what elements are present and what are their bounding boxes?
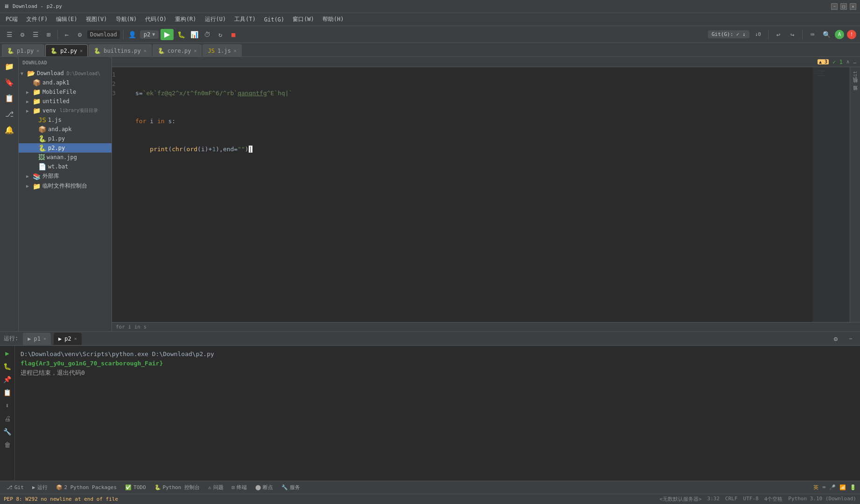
- user-icon[interactable]: 👤: [127, 29, 138, 40]
- notification-icon[interactable]: !: [847, 30, 856, 39]
- menu-tools[interactable]: 工具(T): [231, 14, 259, 25]
- terminal-btn[interactable]: ⊡ 终端: [229, 483, 250, 492]
- breakpoints-btn[interactable]: ⬤ 断点: [252, 483, 276, 492]
- run-button[interactable]: ▶: [161, 29, 174, 40]
- tab-close-core[interactable]: ✕: [194, 48, 196, 53]
- terminal-settings-icon[interactable]: ⚙: [830, 333, 841, 344]
- tab-1js[interactable]: JS 1.js ✕: [203, 44, 241, 56]
- git-icon[interactable]: ⎇: [2, 106, 17, 121]
- code-editor[interactable]: s=`ek`fz@q2^x/t^fn0mF^6/^rb`qanqntfg^E`h…: [131, 67, 812, 322]
- coverage-icon[interactable]: 📊: [189, 29, 200, 40]
- menu-help[interactable]: 帮助(H): [319, 14, 348, 25]
- debug-icon[interactable]: 🐛: [175, 29, 187, 40]
- layout-icon[interactable]: ⊞: [43, 29, 54, 40]
- tab-close-p1py[interactable]: ✕: [36, 48, 39, 53]
- avatar[interactable]: A: [835, 30, 844, 39]
- spaces-label[interactable]: 4个空格: [764, 496, 783, 503]
- profile-icon[interactable]: ⏱: [202, 29, 213, 40]
- list-icon[interactable]: ☰: [30, 29, 41, 40]
- python-version-label[interactable]: Python 3.10 (Download): [788, 496, 856, 503]
- menu-run[interactable]: 运行(U): [201, 14, 230, 25]
- bookmarks-icon[interactable]: 🔖: [2, 75, 17, 90]
- tree-root-download[interactable]: ▼ 📂 Download D:\Download\: [19, 69, 112, 78]
- term-scroll-btn[interactable]: ⬇: [2, 400, 13, 411]
- tree-item-p2py[interactable]: 🐍 p2.py: [19, 143, 112, 153]
- terminal-tab-p1[interactable]: ▶ p1 ✕: [23, 333, 51, 345]
- tree-item-wtbat[interactable]: 📄 wt.bat: [19, 162, 112, 171]
- maximize-button[interactable]: □: [840, 3, 847, 10]
- stop-icon[interactable]: ■: [228, 29, 239, 40]
- structure-icon[interactable]: 📋: [2, 91, 17, 105]
- git-bottom-btn[interactable]: ⎇ Git: [4, 483, 27, 491]
- tab-close-builtins[interactable]: ✕: [144, 48, 147, 53]
- tree-item-andapk1[interactable]: 📦 and.apk1: [19, 78, 112, 87]
- line-col-label[interactable]: 3:32: [707, 496, 720, 503]
- tree-item-1js[interactable]: JS 1.js: [19, 115, 112, 125]
- menu-file[interactable]: 文件(F): [22, 14, 51, 25]
- term-run-btn[interactable]: ▶: [2, 348, 13, 359]
- expand-icon[interactable]: ∧: [846, 59, 850, 65]
- panel-label-git[interactable]: Git: [852, 67, 859, 83]
- menu-edit[interactable]: 编辑(E): [52, 14, 81, 25]
- line-ending-label[interactable]: CRLF: [725, 496, 738, 503]
- encoding-label[interactable]: UTF-8: [743, 496, 759, 503]
- menu-code[interactable]: 代码(O): [141, 14, 170, 25]
- search-icon[interactable]: 🔍: [821, 29, 832, 40]
- git-status-btn[interactable]: Git(G): ✓ ↓: [708, 30, 749, 38]
- todo-btn[interactable]: ✅ TODO: [122, 483, 149, 491]
- tree-item-external-libs[interactable]: ▶ 📚 外部库: [19, 171, 112, 181]
- tab-close-p2[interactable]: ✕: [74, 336, 77, 341]
- tree-item-temp[interactable]: ▶ 📁 临时文件和控制台: [19, 181, 112, 191]
- vcs-label[interactable]: ↓0: [752, 30, 764, 38]
- pep8-warning[interactable]: PEP 8: W292 no newline at end of file: [4, 496, 118, 502]
- problems-btn[interactable]: ⚠ 问题: [205, 483, 226, 492]
- term-copy-btn[interactable]: 📋: [2, 387, 13, 398]
- minimize-button[interactable]: －: [831, 3, 838, 10]
- tab-p2py[interactable]: 🐍 p2.py ✕: [45, 44, 88, 56]
- menu-pc[interactable]: PC端: [2, 14, 21, 25]
- panel-label-notifications[interactable]: 通知: [851, 91, 860, 98]
- menu-git[interactable]: Git(G): [260, 15, 288, 24]
- run-config-selector[interactable]: p2 ▼: [140, 30, 159, 39]
- tree-item-venv[interactable]: ▶ 📁 venv library项目目录: [19, 106, 112, 115]
- tab-builtinspy[interactable]: 🐍 builtins.py ✕: [89, 44, 152, 56]
- tab-close-p2py[interactable]: ✕: [80, 48, 83, 53]
- term-trash-btn[interactable]: 🗑: [2, 439, 13, 450]
- python-packages-btn[interactable]: 📦 2 Python Packages: [53, 483, 120, 491]
- tab-p1py[interactable]: 🐍 p1.py ✕: [2, 44, 44, 56]
- tree-item-p1py[interactable]: 🐍 p1.py: [19, 134, 112, 143]
- tree-item-untitled[interactable]: ▶ 📁 untitled: [19, 97, 112, 106]
- tree-item-wananjpg[interactable]: 🖼 wanan.jpg: [19, 153, 112, 162]
- close-button[interactable]: ✕: [850, 3, 856, 10]
- menu-refactor[interactable]: 重构(R): [171, 14, 200, 25]
- hamburger-icon[interactable]: ☰: [4, 29, 15, 40]
- back-icon[interactable]: ←: [61, 29, 72, 40]
- settings-icon[interactable]: ⚙: [17, 29, 28, 40]
- python-console-btn[interactable]: 🐍 Python 控制台: [152, 483, 203, 492]
- term-debug-btn[interactable]: 🐛: [2, 361, 13, 372]
- tab-close-p1[interactable]: ✕: [43, 336, 46, 341]
- tree-item-mobilefile[interactable]: ▶ 📁 MobileFile: [19, 87, 112, 97]
- refresh-icon[interactable]: ↻: [215, 29, 226, 40]
- terminal-output[interactable]: D:\Download\venv\Scripts\python.exe D:\D…: [15, 346, 860, 481]
- run-bottom-btn[interactable]: ▶ 运行: [29, 483, 50, 492]
- tab-close-1js[interactable]: ✕: [234, 48, 237, 53]
- terminal-minimize-icon[interactable]: －: [845, 333, 856, 344]
- notification-sidebar-icon[interactable]: 🔔: [2, 122, 17, 137]
- tab-corepy[interactable]: 🐍 core.py ✕: [153, 44, 202, 56]
- project-tree-icon[interactable]: 📁: [2, 59, 17, 74]
- panel-label-structure[interactable]: 结构: [851, 83, 860, 91]
- term-pin-btn[interactable]: 📌: [2, 374, 13, 385]
- tree-item-andapk[interactable]: 📦 and.apk: [19, 125, 112, 134]
- terminal-tab-p2[interactable]: ▶ p2 ✕: [54, 333, 82, 345]
- menu-window[interactable]: 窗口(W): [289, 14, 318, 25]
- redo-icon[interactable]: ↪: [787, 29, 798, 40]
- more-icon[interactable]: …: [853, 59, 856, 65]
- menu-navigate[interactable]: 导航(N): [112, 14, 141, 25]
- menu-view[interactable]: 视图(V): [82, 14, 111, 25]
- translate-icon[interactable]: ⌨: [807, 29, 818, 40]
- settings-gear-icon[interactable]: ⚙: [74, 29, 85, 40]
- services-btn[interactable]: 🔧 服务: [279, 483, 303, 492]
- term-print-btn[interactable]: 🖨: [2, 413, 13, 424]
- term-wrench-btn[interactable]: 🔧: [2, 426, 13, 437]
